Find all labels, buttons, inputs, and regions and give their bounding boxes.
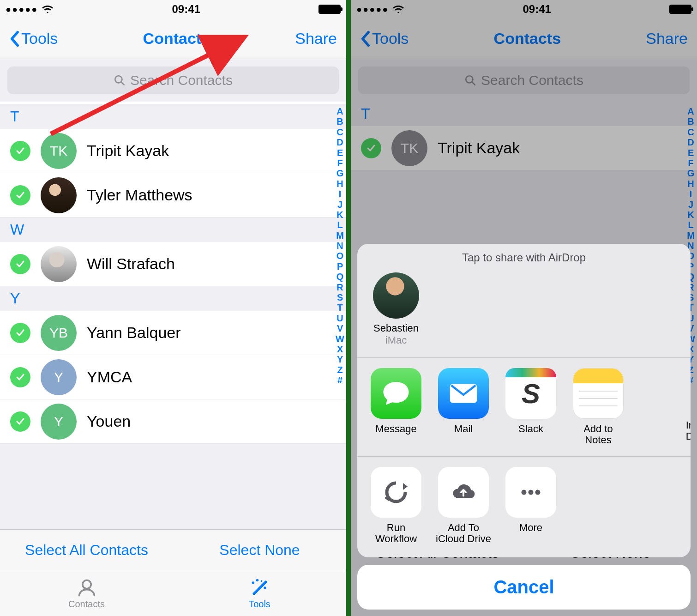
contact-row[interactable]: Will Strafach [0, 242, 346, 286]
index-letter[interactable]: H [336, 179, 344, 189]
contact-name: Youen [87, 412, 131, 430]
index-letter[interactable]: V [336, 323, 344, 333]
share-button[interactable]: Share [646, 30, 688, 48]
share-actions-row[interactable]: Run Workflow Add To iCloud Drive More [357, 456, 691, 557]
index-letter[interactable]: K [686, 210, 695, 220]
select-none-button[interactable]: Select None [173, 530, 346, 571]
cancel-button[interactable]: Cancel [357, 565, 691, 610]
checkmark-icon[interactable] [10, 254, 30, 274]
index-letter[interactable]: Y [336, 354, 344, 364]
selection-toolbar: Select All Contacts Select None [0, 529, 346, 571]
app-label: Slack [518, 423, 543, 435]
contact-row[interactable]: YYouen [0, 399, 346, 444]
contacts-list[interactable]: TTKTripit KayakTyler MatthewsWWill Straf… [0, 102, 346, 444]
index-letter[interactable]: G [336, 168, 344, 178]
svg-point-14 [535, 489, 541, 495]
app-label: Message [375, 423, 416, 435]
checkmark-icon[interactable] [10, 411, 30, 432]
share-button[interactable]: Share [295, 30, 337, 48]
share-app-notes[interactable]: Add to Notes [571, 368, 626, 446]
index-letter[interactable]: F [336, 158, 344, 168]
index-letter[interactable]: K [336, 210, 344, 220]
checkmark-icon[interactable] [361, 138, 381, 158]
index-letter[interactable]: G [686, 168, 695, 178]
search-input[interactable]: Search Contacts [7, 66, 339, 94]
share-app-mail[interactable]: Mail [436, 368, 491, 446]
index-letter[interactable]: T [336, 302, 344, 313]
action-more[interactable]: More [503, 467, 559, 544]
index-letter[interactable]: M [686, 230, 695, 241]
tab-tools[interactable]: Tools [173, 571, 346, 616]
checkmark-icon[interactable] [10, 185, 30, 205]
index-letter[interactable]: I [686, 189, 695, 199]
contact-name: Will Strafach [87, 255, 175, 273]
checkmark-icon[interactable] [10, 323, 30, 343]
index-letter[interactable]: L [686, 220, 695, 230]
back-button[interactable]: Tools [360, 30, 409, 48]
contacts-icon [77, 578, 97, 598]
index-letter[interactable]: M [336, 230, 344, 241]
index-letter[interactable]: J [336, 199, 344, 210]
contact-row[interactable]: TKTripit Kayak [0, 129, 346, 173]
contact-row[interactable]: TK Tripit Kayak [351, 126, 697, 170]
index-letter[interactable]: E [686, 148, 695, 158]
share-app-message[interactable]: Message [368, 368, 424, 446]
back-label: Tools [21, 30, 58, 48]
index-letter[interactable]: D [686, 137, 695, 147]
contact-row[interactable]: Tyler Matthews [0, 173, 346, 217]
signal-dots-icon: ●●●●● [356, 4, 389, 15]
index-letter[interactable]: F [686, 158, 695, 168]
index-letter[interactable]: N [336, 241, 344, 251]
contact-name: YMCA [87, 368, 132, 386]
index-letter[interactable]: I [336, 189, 344, 199]
index-letter[interactable]: D [336, 137, 344, 147]
action-label: Add To iCloud Drive [436, 522, 491, 544]
contact-row[interactable]: YBYann Balquer [0, 311, 346, 355]
index-letter[interactable]: C [686, 127, 695, 137]
index-letter[interactable]: E [336, 148, 344, 158]
nav-bar: Tools Contacts Share [0, 18, 346, 59]
battery-icon [318, 5, 341, 14]
index-letter[interactable]: # [336, 375, 344, 385]
index-letter[interactable]: B [686, 116, 695, 127]
index-letter[interactable]: S [336, 292, 344, 302]
index-letter[interactable]: L [336, 220, 344, 230]
battery-icon [669, 5, 691, 14]
action-label: More [519, 522, 542, 533]
back-button[interactable]: Tools [9, 30, 58, 48]
search-input[interactable]: Search Contacts [358, 66, 690, 94]
share-app-slack[interactable]: S Slack [503, 368, 559, 446]
signal-dots-icon: ●●●●● [6, 4, 38, 15]
alphabet-index[interactable]: ABCDEFGHIJKLMNOPQRSTUVWXYZ# [336, 106, 344, 386]
index-letter[interactable]: W [336, 334, 344, 344]
tab-contacts[interactable]: Contacts [0, 571, 173, 616]
share-apps-row[interactable]: Message Mail S Slack Add to Notes In D [357, 357, 691, 456]
contact-name: Tripit Kayak [438, 139, 520, 157]
index-letter[interactable]: J [686, 199, 695, 210]
index-letter[interactable]: H [686, 179, 695, 189]
checkmark-icon[interactable] [10, 367, 30, 387]
airdrop-device: iMac [385, 334, 407, 346]
section-header: T [0, 104, 346, 129]
action-icloud[interactable]: Add To iCloud Drive [436, 467, 491, 544]
select-all-button[interactable]: Select All Contacts [0, 530, 173, 571]
index-letter[interactable]: U [336, 313, 344, 323]
index-letter[interactable]: C [336, 127, 344, 137]
index-letter[interactable]: R [336, 282, 344, 292]
index-letter[interactable]: Q [336, 272, 344, 282]
index-letter[interactable]: Z [336, 365, 344, 375]
index-letter[interactable]: B [336, 116, 344, 127]
index-letter[interactable]: O [336, 251, 344, 261]
contact-avatar: Y [41, 359, 77, 395]
index-letter[interactable]: X [336, 344, 344, 354]
contact-row[interactable]: YYMCA [0, 355, 346, 399]
status-time: 09:41 [172, 3, 200, 16]
index-letter[interactable]: A [336, 106, 344, 116]
index-letter[interactable]: P [336, 261, 344, 272]
action-workflow[interactable]: Run Workflow [368, 467, 424, 544]
svg-point-12 [522, 489, 527, 495]
checkmark-icon[interactable] [10, 141, 30, 161]
index-letter[interactable]: A [686, 106, 695, 116]
airdrop-target[interactable]: Sebastien iMac [368, 272, 424, 346]
nav-title: Contacts [494, 30, 561, 48]
